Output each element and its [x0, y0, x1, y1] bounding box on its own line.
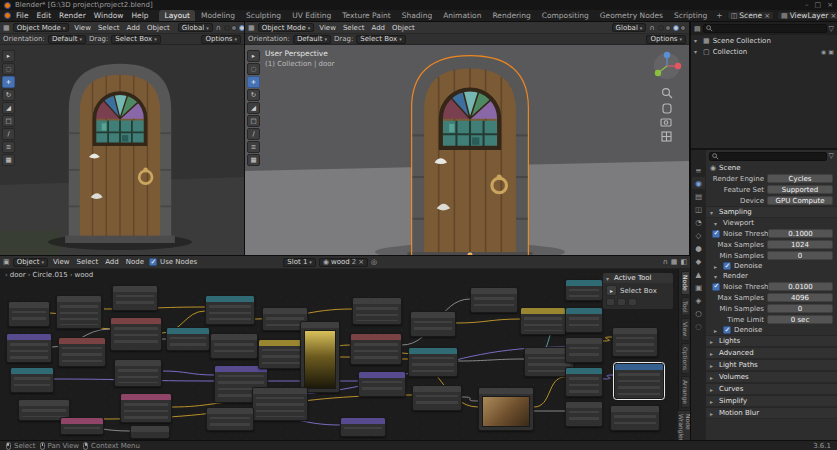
node-menu-item[interactable]: View	[51, 258, 72, 266]
shader-node[interactable]	[352, 297, 402, 325]
mode-selector[interactable]: Object Mode▾	[13, 23, 70, 32]
shader-node[interactable]	[565, 337, 603, 363]
add-workspace-button[interactable]: +	[713, 11, 725, 20]
tool-option-button[interactable]	[606, 298, 615, 306]
shader-node[interactable]	[114, 359, 162, 387]
viewport-menu-item[interactable]: View	[317, 24, 338, 32]
workspace-tab[interactable]: Compositing	[537, 10, 594, 21]
render-toggle-icon[interactable]: ▣	[828, 48, 834, 55]
shading-solid-icon[interactable]	[665, 25, 671, 31]
filter-icon[interactable]: ▽	[829, 25, 834, 33]
editor-type-icon[interactable]: ▣	[3, 258, 10, 266]
outliner-row[interactable]: ▾ ▦ Scene Collection	[691, 35, 837, 46]
properties-tab-icon[interactable]: ◫	[692, 203, 705, 215]
shader-node[interactable]	[10, 367, 54, 393]
options-dropdown[interactable]: Options▾	[201, 35, 241, 44]
viewport-noise-threshold-value[interactable]: 0.1000	[768, 229, 833, 238]
material-datablock[interactable]: ◉ wood 2 ×	[319, 258, 368, 267]
tool-button[interactable]: □	[247, 115, 260, 127]
sidebar-tab[interactable]: View	[681, 318, 689, 340]
active-tool-header[interactable]: ▾ Active Tool	[603, 273, 673, 283]
render-engine-dropdown[interactable]: Cycles	[767, 174, 833, 183]
workspace-tab[interactable]: Geometry Nodes	[595, 10, 668, 21]
properties-tab-icon[interactable]: ▲	[692, 268, 705, 280]
collapsed-section-header[interactable]: ▸Lights	[706, 335, 837, 347]
properties-tab-icon[interactable]: ≡	[692, 164, 705, 176]
collapsed-section-header[interactable]: ▸Motion Blur	[706, 407, 837, 419]
shader-type-selector[interactable]: Object▾	[13, 258, 48, 267]
tool-button[interactable]: ◢	[247, 102, 260, 114]
shader-node[interactable]	[205, 295, 255, 325]
properties-tab-icon[interactable]: ○	[692, 307, 705, 319]
tool-button[interactable]: ≡	[2, 141, 15, 153]
properties-tab-icon[interactable]: ◆	[692, 255, 705, 267]
pin-icon[interactable]: ◎	[371, 258, 377, 266]
properties-tab-icon[interactable]: ◔	[692, 216, 705, 228]
shader-node[interactable]	[612, 327, 658, 357]
orientation-selector[interactable]: Default▾	[48, 35, 86, 44]
sidebar-tab[interactable]: Node	[681, 271, 689, 295]
shader-node[interactable]	[6, 333, 52, 363]
shader-node[interactable]	[120, 393, 172, 423]
render-noise-threshold-value[interactable]: 0.0100	[768, 282, 833, 291]
workspace-tab[interactable]: Texture Paint	[337, 10, 395, 21]
render-denoise-header[interactable]: ▸ Denoise	[706, 325, 837, 335]
workspace-tab[interactable]: UV Editing	[287, 10, 336, 21]
shader-node[interactable]	[565, 307, 603, 333]
minimize-button[interactable]: –	[805, 1, 809, 9]
transform-orientation[interactable]: Global▾	[178, 23, 213, 32]
render-min-samples-value[interactable]: 0	[767, 304, 833, 313]
breadcrumb-item[interactable]: Circle.015	[28, 271, 68, 279]
shader-node[interactable]	[470, 287, 518, 313]
tool-button[interactable]: ◌	[247, 63, 260, 75]
viewport-menu-item[interactable]: Add	[124, 24, 142, 32]
material-slot-selector[interactable]: Slot 1▾	[283, 258, 316, 267]
workspace-tab[interactable]: Rendering	[487, 10, 535, 21]
shader-node[interactable]	[56, 295, 102, 329]
node-canvas[interactable]: doorCircle.015wood ▾ Active Tool ▸ Selec…	[0, 269, 690, 440]
workspace-tab[interactable]: Scripting	[669, 10, 712, 21]
viewport-right[interactable]: ▦ Object Mode▾ ViewSelectAddObject Globa…	[245, 22, 690, 255]
menu-item[interactable]: Render	[55, 11, 90, 20]
sidebar-tab[interactable]: Options	[681, 343, 689, 374]
snap-magnet-icon[interactable]: ∩	[663, 258, 668, 266]
shading-material-icon[interactable]	[239, 25, 245, 31]
tool-option-button[interactable]	[617, 298, 626, 306]
tool-button[interactable]: □	[2, 115, 15, 127]
collapsed-section-header[interactable]: ▸Advanced	[706, 347, 837, 359]
node-menu-item[interactable]: Node	[124, 258, 146, 266]
breadcrumb-item[interactable]: door	[5, 271, 26, 279]
tool-button[interactable]: +	[247, 76, 260, 88]
shader-node[interactable]	[252, 387, 308, 421]
transform-orientation[interactable]: Global▾	[612, 23, 647, 32]
node-menu-item[interactable]: Select	[75, 258, 101, 266]
tool-button[interactable]: ◢	[2, 102, 15, 114]
viewport-left[interactable]: ▦ Object Mode▾ ViewSelectAddObject Globa…	[0, 22, 245, 255]
scene-selector[interactable]: ◫ Scene ×	[727, 11, 774, 20]
workspace-tab[interactable]: Sculpting	[241, 10, 286, 21]
select-box-tool-icon[interactable]: ▸	[606, 285, 617, 296]
render-time-limit-value[interactable]: 0 sec	[767, 315, 833, 324]
shader-node[interactable]	[410, 311, 456, 337]
viewport-subsection-header[interactable]: ▾Viewport	[706, 218, 837, 228]
shader-node[interactable]	[110, 317, 162, 351]
tool-button[interactable]: ▸	[2, 50, 15, 62]
viewport-right-canvas[interactable]: User Perspective (1) Collection | door	[245, 45, 689, 255]
device-dropdown[interactable]: GPU Compute	[767, 196, 833, 205]
shading-rendered-icon[interactable]	[680, 25, 686, 31]
close-button[interactable]: ×	[827, 1, 833, 9]
tool-button[interactable]: ≡	[247, 141, 260, 153]
properties-tab-icon[interactable]: ◈	[692, 294, 705, 306]
sidebar-tab[interactable]: Arrange	[681, 376, 689, 408]
feature-set-dropdown[interactable]: Supported	[767, 185, 833, 194]
filter-icon[interactable]: ▽	[829, 152, 834, 160]
shader-node[interactable]	[565, 367, 603, 397]
properties-tab-icon[interactable]: ▤	[692, 190, 705, 202]
workspace-tab[interactable]: Animation	[438, 10, 486, 21]
shader-node[interactable]	[300, 321, 340, 393]
shader-node[interactable]	[60, 417, 104, 435]
shading-wireframe-icon[interactable]	[224, 25, 230, 31]
visibility-eye-icon[interactable]: ◉	[821, 48, 826, 55]
grid-icon[interactable]: ▦	[671, 258, 678, 266]
shading-wireframe-icon[interactable]	[658, 25, 664, 31]
